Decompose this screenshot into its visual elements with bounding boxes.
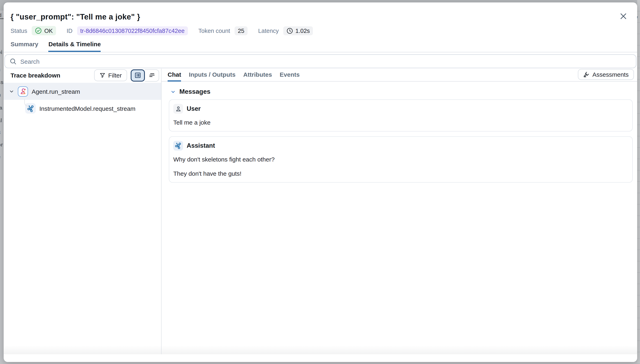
trace-panel-header: Trace breakdown Filter <box>4 68 161 82</box>
message-text: Tell me a joke <box>173 119 626 126</box>
trace-panel: Trace breakdown Filter <box>4 68 162 354</box>
chevron-down-icon <box>170 89 176 94</box>
tab-events[interactable]: Events <box>280 71 300 82</box>
scroll-fade <box>4 345 161 354</box>
status-badge: OK <box>32 26 56 35</box>
model-graph-icon <box>174 142 182 149</box>
backdrop-fragment: c <box>0 66 4 73</box>
latency-badge: 1.02s <box>283 26 313 35</box>
messages-section-header[interactable]: Messages <box>169 88 633 95</box>
message-text: Why don't skeletons fight each other? <box>173 156 626 163</box>
id-label: ID <box>66 28 72 34</box>
agent-icon <box>19 88 26 95</box>
filter-label: Filter <box>108 72 122 79</box>
tab-summary[interactable]: Summary <box>10 40 38 52</box>
agent-iconbox <box>18 86 28 96</box>
detail-tabbar: Chat Inputs / Outputs Attributes Events <box>162 68 637 82</box>
tab-chat[interactable]: Chat <box>168 71 181 82</box>
backdrop-left-strip: d oi c ss n ta al 8 or e <box>0 0 4 364</box>
token-count-badge: 25 <box>234 26 248 35</box>
timeline-view-toggle[interactable] <box>145 69 159 81</box>
backdrop-right-strip: w <box>637 0 640 364</box>
backdrop-fragment: al <box>0 117 4 123</box>
search-icon <box>10 58 17 65</box>
backdrop-fragment: ss <box>0 79 4 85</box>
assessments-label: Assessments <box>592 71 629 78</box>
search-bar[interactable] <box>4 54 636 68</box>
tree-node-label: Agent.run_stream <box>32 88 80 95</box>
user-icon <box>175 105 182 112</box>
backdrop-fragment: d <box>0 12 4 19</box>
trace-id-badge: tr-8d6846c013087022f8450fcfa87c42ee <box>77 26 188 35</box>
message-text: They don't have the guts! <box>173 170 626 177</box>
view-toggle-group <box>131 69 159 81</box>
backdrop-fragment: e <box>0 154 4 160</box>
message-header: Assistant <box>173 141 626 150</box>
status-value: OK <box>44 28 53 34</box>
workspace: Trace breakdown Filter <box>4 68 637 354</box>
modal-header: { "user_prompt": "Tell me a joke" } Stat… <box>4 2 637 52</box>
status-label: Status <box>10 28 27 34</box>
detail-tabs: Chat Inputs / Outputs Attributes Events <box>168 71 300 81</box>
backdrop-fragment: 8 <box>0 130 4 136</box>
close-button[interactable] <box>619 12 628 20</box>
token-count-label: Token count <box>198 28 230 34</box>
check-circle-icon <box>35 27 42 34</box>
assistant-avatar <box>173 141 183 150</box>
backdrop-fragment: ta <box>0 105 4 111</box>
screen: d oi c ss n ta al 8 or e w { "user_promp… <box>0 0 640 364</box>
tab-attributes[interactable]: Attributes <box>243 71 272 82</box>
latency-label: Latency <box>258 28 279 34</box>
backdrop-fragment: oi <box>0 49 4 55</box>
trace-breakdown-heading: Trace breakdown <box>10 72 60 79</box>
chevron-down-icon[interactable] <box>9 89 14 94</box>
backdrop-fragment: or <box>0 142 4 148</box>
filter-button[interactable]: Filter <box>94 70 127 81</box>
gavel-icon <box>583 72 589 78</box>
message-card-user: User Tell me a joke <box>169 100 633 132</box>
clock-icon <box>286 28 293 34</box>
token-count-pair: Token count 25 <box>198 26 248 35</box>
user-avatar <box>173 104 183 114</box>
page-title: { "user_prompt": "Tell me a joke" } <box>10 12 613 22</box>
detail-panel: Chat Inputs / Outputs Attributes Events <box>162 68 637 354</box>
search-input[interactable] <box>20 58 631 65</box>
modal-tabs: Summary Details & Timeline <box>10 40 613 52</box>
funnel-icon <box>99 72 105 78</box>
trace-modal: { "user_prompt": "Tell me a joke" } Stat… <box>4 2 637 362</box>
timeline-bars-icon <box>148 72 155 79</box>
message-role: Assistant <box>187 142 215 149</box>
list-details-icon <box>134 72 141 79</box>
close-icon <box>619 12 628 20</box>
backdrop-fragment: n <box>0 92 4 98</box>
latency-pair: Latency 1.02s <box>258 26 313 35</box>
message-role: User <box>187 105 201 112</box>
message-card-assistant: Assistant Why don't skeletons fight each… <box>169 136 633 182</box>
tab-details-timeline[interactable]: Details & Timeline <box>48 40 101 52</box>
messages-heading: Messages <box>180 88 210 95</box>
tree-node-label: InstrumentedModel.request_stream <box>39 105 136 112</box>
tab-inputs-outputs[interactable]: Inputs / Outputs <box>189 71 236 82</box>
trace-tree: Agent.run_stream <box>4 83 161 117</box>
tree-row-agent-run-stream[interactable]: Agent.run_stream <box>4 83 161 100</box>
chat-content: Messages User Tell me a <box>162 82 637 354</box>
id-pair: ID tr-8d6846c013087022f8450fcfa87c42ee <box>66 26 188 35</box>
status-pair: Status OK <box>10 26 56 35</box>
detail-view-toggle[interactable] <box>131 69 145 81</box>
backdrop-fragment: w <box>637 14 638 20</box>
message-header: User <box>173 104 626 114</box>
assessments-button[interactable]: Assessments <box>578 69 634 80</box>
trace-panel-actions: Filter <box>94 69 159 81</box>
meta-row: Status OK ID tr-8d6846c013087022f8450fcf… <box>10 26 613 35</box>
latency-value: 1.02s <box>296 28 310 34</box>
